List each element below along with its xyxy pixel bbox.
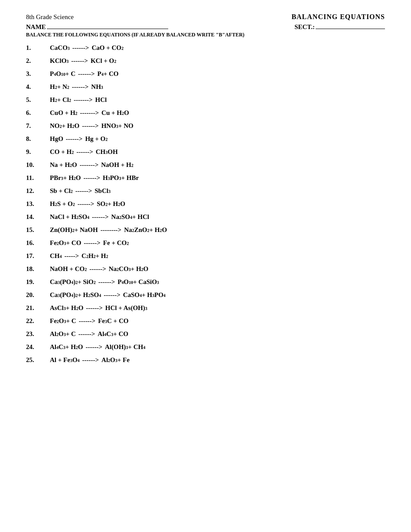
sect-label: SECT.: (294, 23, 315, 31)
equation-number: 7. (26, 121, 50, 131)
equation-number: 6. (26, 108, 50, 118)
equation-row: 24.Al4C3 + H2O ------> Al(OH)3 + CH4 (26, 342, 385, 352)
equation-row: 20.Ca3(PO4)2 + H2SO4 ------> CaSO4 + H3P… (26, 290, 385, 300)
equation-number: 4. (26, 82, 50, 92)
equation-number: 3. (26, 69, 50, 79)
subject-label: 8th Grade Science (26, 13, 74, 21)
equation-row: 1.CaCO3 ------> CaO + CO2 (26, 42, 385, 53)
equation-row: 6.CuO + H2 -------> Cu + H2O (26, 108, 385, 118)
equation-content: CaCO3 ------> CaO + CO2 (50, 42, 124, 53)
equation-number: 10. (26, 160, 50, 170)
equation-content: H2 + Cl2 -------> HCl (50, 95, 107, 105)
equation-content: Fe2O3 + C ------> Fe3C + CO (50, 316, 128, 326)
equation-row: 13.H2S + O2 ------> SO2 + H2O (26, 199, 385, 209)
equation-content: Al4C3 + H2O ------> Al(OH)3 + CH4 (50, 342, 145, 352)
equation-row: 9.CO + H2 ------> CH3OH (26, 147, 385, 157)
name-field: NAME (26, 23, 168, 31)
equation-row: 4.H2 + N2 ------> NH3 (26, 82, 385, 92)
equation-row: 7.NO2 + H2O ------> HNO3 + NO (26, 121, 385, 131)
equation-number: 15. (26, 225, 50, 235)
equation-row: 10.Na + H2O -------> NaOH + H2 (26, 160, 385, 170)
equation-number: 23. (26, 329, 50, 339)
equation-number: 22. (26, 316, 50, 326)
equation-row: 14.NaCl + H2SO4 ------> Na2SO4 + HCl (26, 212, 385, 222)
equation-number: 14. (26, 212, 50, 222)
equation-number: 11. (26, 173, 50, 183)
equation-content: NaOH + CO2 ------> Na2CO3 + H2O (50, 264, 148, 274)
equation-row: 5.H2 + Cl2 -------> HCl (26, 95, 385, 105)
sect-underline (316, 29, 385, 29)
equation-content: Sb + Cl2 ------> SbCl3 (50, 186, 111, 196)
equation-number: 8. (26, 134, 50, 144)
equation-number: 13. (26, 199, 50, 209)
equation-row: 12.Sb + Cl2 ------> SbCl3 (26, 186, 385, 196)
equation-number: 25. (26, 355, 50, 365)
equation-row: 8.HgO ------> Hg + O2 (26, 134, 385, 144)
equation-content: Zn(OH)2 + NaOH --------> Na2ZnO2 + H2O (50, 225, 167, 235)
equation-row: 16.Fe2O3 + CO ------> Fe + CO2 (26, 238, 385, 248)
equation-number: 21. (26, 303, 50, 313)
equation-content: AsCl3 + H2O ------> HCl + As(OH)3 (50, 303, 147, 313)
equation-number: 24. (26, 342, 50, 352)
equation-row: 17.CH4 -----> C2H2 + H2 (26, 251, 385, 261)
equation-content: P4O10 + C ------> P4 + CO (50, 69, 119, 79)
equations-list: 1.CaCO3 ------> CaO + CO22.KClO3 ------>… (26, 42, 385, 365)
equation-row: 3.P4O10 + C ------> P4 + CO (26, 69, 385, 79)
equation-content: H2 + N2 ------> NH3 (50, 82, 103, 92)
equation-content: CuO + H2 -------> Cu + H2O (50, 108, 129, 118)
equation-row: 25.Al + Fe3O4 ------> Al2O3 + Fe (26, 355, 385, 365)
equation-content: NaCl + H2SO4 ------> Na2SO4 + HCl (50, 212, 149, 222)
equation-number: 17. (26, 251, 50, 261)
equation-number: 2. (26, 55, 50, 66)
equation-content: H2S + O2 ------> SO2 + H2O (50, 199, 125, 209)
equation-row: 23.Al2O3 + C ------> Al4C3 + CO (26, 329, 385, 339)
page-header: 8th Grade Science BALANCING EQUATIONS (26, 13, 385, 21)
equation-number: 1. (26, 42, 50, 53)
equation-content: Ca3(PO4)2 + H2SO4 ------> CaSO4 + H3PO4 (50, 290, 166, 300)
equation-number: 20. (26, 290, 50, 300)
equation-content: Ca3(PO4)2 + SiO2 ------> P4O10 + CaSiO3 (50, 277, 159, 287)
equation-row: 22.Fe2O3 + C ------> Fe3C + CO (26, 316, 385, 326)
sect-field: SECT.: (294, 23, 385, 31)
equation-content: Fe2O3 + CO ------> Fe + CO2 (50, 238, 129, 248)
equation-row: 19.Ca3(PO4)2 + SiO2 ------> P4O10 + CaSi… (26, 277, 385, 287)
name-sect-row: NAME SECT.: (26, 23, 385, 31)
equation-number: 9. (26, 147, 50, 157)
equation-content: CO + H2 ------> CH3OH (50, 147, 118, 157)
instruction-text: BALANCE THE FOLLOWING EQUATIONS (IF ALRE… (26, 32, 385, 38)
equation-row: 15.Zn(OH)2 + NaOH --------> Na2ZnO2 + H2… (26, 225, 385, 235)
equation-number: 12. (26, 186, 50, 196)
page-title: BALANCING EQUATIONS (291, 13, 385, 21)
equation-number: 19. (26, 277, 50, 287)
equation-content: HgO ------> Hg + O2 (50, 134, 108, 144)
equation-content: CH4 -----> C2H2 + H2 (50, 251, 108, 261)
equation-row: 18.NaOH + CO2 ------> Na2CO3 + H2O (26, 264, 385, 274)
equation-number: 16. (26, 238, 50, 248)
name-underline (47, 29, 168, 29)
equation-content: Na + H2O -------> NaOH + H2 (50, 160, 134, 170)
equation-number: 18. (26, 264, 50, 274)
name-label: NAME (26, 23, 46, 31)
equation-content: KClO3 ------> KCl + O2 (50, 55, 116, 66)
equation-row: 2.KClO3 ------> KCl + O2 (26, 55, 385, 66)
equation-content: Al2O3 + C ------> Al4C3 + CO (50, 329, 128, 339)
equation-content: Al + Fe3O4 ------> Al2O3 + Fe (50, 355, 130, 365)
equation-content: NO2 + H2O ------> HNO3 + NO (50, 121, 134, 131)
equation-number: 5. (26, 95, 50, 105)
equation-content: PBr3 + H2O ------> H3PO3 + HBr (50, 173, 139, 183)
equation-row: 11.PBr3 + H2O ------> H3PO3 + HBr (26, 173, 385, 183)
equation-row: 21.AsCl3 + H2O ------> HCl + As(OH)3 (26, 303, 385, 313)
